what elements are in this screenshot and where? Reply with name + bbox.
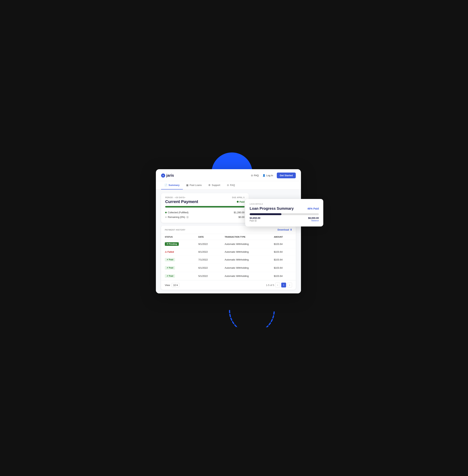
loan-amounts-row: $3,650.00 Paid i $8,000.00 Balance [250,216,319,222]
history-header: PAYMENT HISTORY Download ⬇ [161,226,296,234]
logo: ● jaris [161,173,174,178]
paid-dot-icon [237,201,239,203]
loan-progress-card: LOAN DETAILS Loan Progress Summary 46% P… [245,199,323,227]
cell-type: Automatic Withholding [221,248,270,256]
download-label: Download [278,228,289,231]
support-icon: ⚙ [208,184,211,187]
paid-badge: Paid [237,201,244,203]
tab-support[interactable]: ⚙ Support [205,181,224,189]
current-payment-card: PERIOD - <30 DAYS> DUE APRIL 5 Current P… [161,193,249,223]
tab-faq[interactable]: ⊙ FAQ [224,181,238,189]
loan-progress-fill [250,213,281,215]
payment-progress-fill [165,206,245,207]
header-nav: ⊙ FAQ 👤 Log In Get Started [251,173,296,178]
pagination-info: 1-5 of 5 [266,284,274,287]
table-body: ⟳ Pending 9/1/2022 Automatic Withholding… [161,240,296,280]
next-page-button[interactable]: › [287,283,292,288]
cell-status: ✔ Paid [161,264,195,272]
table-row: ✔ Paid 6/1/2022 Automatic Withholding $1… [161,264,296,272]
info-icon[interactable]: i [186,216,189,218]
remaining-bullet-icon [165,216,167,218]
remaining-row: Remaining (0%) i $0.00 [165,215,245,219]
status-badge-paid: ✔ Paid [165,274,175,278]
faq-nav-label: FAQ [254,174,259,177]
cell-date: 5/1/2022 [195,272,221,280]
status-badge-pending: ⟳ Pending [165,242,179,246]
col-amount: AMOUNT [270,234,296,240]
cell-status: ✔ Paid [161,256,195,264]
tab-summary-label: Summary [169,184,179,187]
prev-page-button[interactable]: ‹ [275,283,280,288]
collected-text: Collected (Fulfilled) [168,211,189,214]
get-started-button[interactable]: Get Started [277,173,296,178]
tab-support-label: Support [212,184,220,187]
bottom-deco-arc [228,309,276,327]
user-icon: 👤 [263,174,265,177]
table-row: ⟳ Pending 9/1/2022 Automatic Withholding… [161,240,296,248]
pagination: 1-5 of 5 ‹ 1 › [266,283,292,288]
table-footer: View 10 ▾ 1-5 of 5 ‹ 1 › [161,280,296,290]
login-nav-item[interactable]: 👤 Log In [263,174,273,177]
page-1-button[interactable]: 1 [281,283,286,288]
past-loans-icon: ▦ [186,184,189,187]
cell-date: 6/1/2022 [195,264,221,272]
loan-details-label: LOAN DETAILS [250,203,319,205]
cell-status: ⟳ Pending [161,240,195,248]
view-count-select[interactable]: 10 ▾ [172,283,179,287]
collected-amount: $1,280.00 [234,211,245,214]
loan-balance-section: $8,000.00 Balance [308,216,319,222]
summary-icon: 📄 [164,184,167,187]
percent-paid: 46% Paid [307,207,319,210]
tab-bar: 📄 Summary ▦ Past Loans ⚙ Support ⊙ FAQ [156,181,301,189]
view-select: View 10 ▾ [165,283,179,287]
col-type: TRANSACTION TYPE [221,234,270,240]
table-row: ✔ Paid 5/1/2022 Automatic Withholding $1… [161,272,296,280]
loan-paid-amount: $3,650.00 [250,216,260,219]
collected-bullet-icon [165,212,167,213]
faq-nav-item[interactable]: ⊙ FAQ [251,174,259,177]
payment-title: Current Payment [165,199,198,204]
cell-amount: $103.64 [270,272,296,280]
tab-summary[interactable]: 📄 Summary [161,181,183,189]
loan-progress-bar-container [250,213,319,215]
view-count-value: 10 [173,284,176,287]
cell-type: Automatic Withholding [221,272,270,280]
chevron-down-icon: ▾ [176,284,178,287]
status-badge-paid: ✔ Paid [165,258,175,261]
main-card: ● jaris ⊙ FAQ 👤 Log In Get Started 📄 Sum… [156,169,301,293]
status-badge-failed: ⚠ Failed [165,251,174,253]
header: ● jaris ⊙ FAQ 👤 Log In Get Started [156,169,301,181]
col-status: STATUS [161,234,195,240]
payment-history-section: PAYMENT HISTORY Download ⬇ STATUS DATE T… [161,226,296,290]
cell-type: Automatic Withholding [221,240,270,248]
table-row: ⚠ Failed 8/1/2022 Automatic Withholding … [161,248,296,256]
cell-date: 9/1/2022 [195,240,221,248]
payment-history-table: STATUS DATE TRANSACTION TYPE AMOUNT ⟳ Pe… [161,234,296,280]
cell-status: ⚠ Failed [161,248,195,256]
remaining-amount: $0.00 [238,216,245,218]
period-label: PERIOD - <30 DAYS> [165,197,185,199]
tab-past-loans[interactable]: ▦ Past Loans [183,181,205,189]
faq-tab-icon: ⊙ [227,184,229,187]
tab-faq-label: FAQ [230,184,235,187]
download-button[interactable]: Download ⬇ [278,228,292,231]
collected-label: Collected (Fulfilled) [165,211,189,214]
loan-paid-info-icon[interactable]: i [254,219,257,222]
tab-past-loans-label: Past Loans [190,184,202,187]
loan-card-header: Loan Progress Summary 46% Paid [250,206,319,211]
loan-balance-label: Balance [308,219,319,222]
cell-amount: $103.64 [270,248,296,256]
loan-balance-amount: $8,000.00 [308,216,319,219]
cell-status: ✔ Paid [161,272,195,280]
logo-text: jaris [166,173,174,178]
paid-badge-label: Paid [239,201,244,203]
cell-type: Automatic Withholding [221,256,270,264]
remaining-label: Remaining (0%) i [165,216,189,218]
faq-circle-icon: ⊙ [251,174,253,177]
payment-progress-bar [165,206,245,207]
table-head: STATUS DATE TRANSACTION TYPE AMOUNT [161,234,296,240]
col-date: DATE [195,234,221,240]
cell-amount: $103.64 [270,264,296,272]
remaining-text: Remaining (0%) [168,216,185,218]
payment-title-row: Current Payment Paid [165,199,245,204]
